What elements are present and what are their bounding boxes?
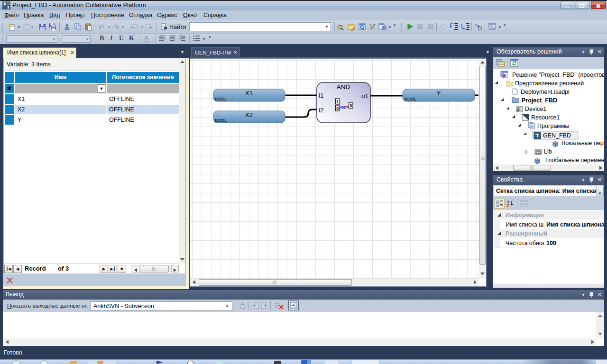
- svg-text:Программы: Программы: [537, 123, 570, 129]
- svg-text:i2: i2: [319, 107, 324, 114]
- svg-text:0: 0: [336, 106, 339, 111]
- svg-text:+: +: [497, 204, 498, 207]
- svg-text:BOOL: BOOL: [215, 118, 227, 123]
- svg-text:Локальные переменные: Локальные переменные: [561, 140, 604, 146]
- svg-text:Lib: Lib: [544, 148, 552, 155]
- svg-text:X1: X1: [245, 90, 253, 97]
- svg-text:X2: X2: [245, 111, 253, 118]
- svg-text:Resource1: Resource1: [531, 114, 560, 121]
- svg-text:Deployment.isadpl: Deployment.isadpl: [521, 89, 570, 95]
- svg-text:Y: Y: [436, 90, 441, 97]
- svg-text:i1: i1: [319, 92, 324, 99]
- svg-text:+: +: [497, 200, 498, 203]
- svg-text:GEN_FBD: GEN_FBD: [543, 132, 571, 139]
- svg-text:BOOL: BOOL: [405, 97, 416, 101]
- svg-text:AND: AND: [340, 106, 347, 109]
- svg-text:Device1: Device1: [525, 106, 546, 112]
- svg-text:Глобальные переменн: Глобальные переменн: [545, 157, 604, 164]
- svg-text:0: 0: [349, 103, 352, 108]
- svg-text:1: 1: [336, 100, 339, 104]
- svg-text:Z: Z: [506, 203, 509, 208]
- svg-text:Представления решений: Представления решений: [515, 80, 584, 87]
- svg-text:Решение "Project_FBD" (проект: Решение "Project_FBD" (проектов: 1: [512, 72, 604, 78]
- svg-text:BOOL: BOOL: [215, 97, 227, 101]
- svg-text:o1: o1: [361, 92, 368, 100]
- svg-text:AND: AND: [337, 83, 350, 91]
- svg-text:Project_FBD: Project_FBD: [522, 97, 557, 104]
